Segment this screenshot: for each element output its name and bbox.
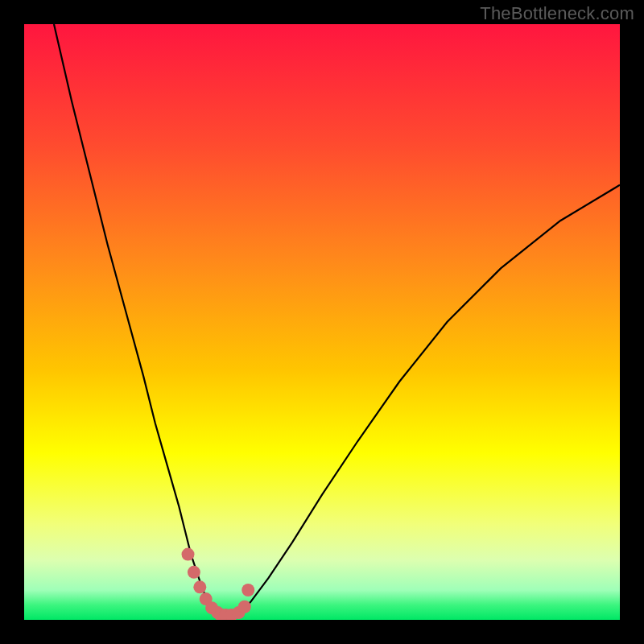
valley-marker-dot bbox=[182, 548, 195, 561]
valley-marker-dot bbox=[188, 566, 200, 579]
valley-marker-dot bbox=[242, 584, 254, 597]
valley-marker-dot bbox=[193, 580, 206, 593]
valley-markers bbox=[182, 548, 255, 620]
valley-marker-dot bbox=[238, 601, 251, 613]
curve-layer bbox=[24, 24, 620, 620]
right-branch-curve bbox=[238, 185, 620, 614]
left-branch-curve bbox=[54, 24, 215, 614]
plot-area bbox=[24, 24, 620, 620]
watermark-text: TheBottleneck.com bbox=[480, 3, 634, 24]
chart-frame: TheBottleneck.com bbox=[0, 0, 644, 644]
